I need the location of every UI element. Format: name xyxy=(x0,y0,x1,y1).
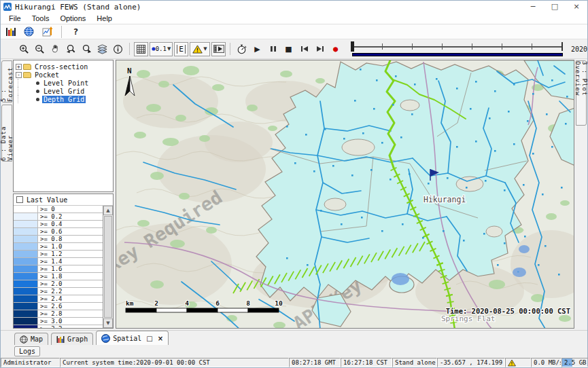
menu-bar: FileToolsOptionsHelp xyxy=(1,13,587,24)
zoom-in-icon[interactable] xyxy=(17,42,31,56)
logs-button[interactable]: Logs xyxy=(14,346,40,356)
play-icon[interactable]: ▶ xyxy=(250,42,264,56)
zoom-next-icon[interactable] xyxy=(80,42,94,56)
tree-item-level-point[interactable]: Level Point xyxy=(14,79,112,87)
tree-item-level-grid[interactable]: Level Grid xyxy=(14,87,112,95)
close-button[interactable]: × xyxy=(566,1,587,13)
legend-value-label: >= 1.2 xyxy=(38,251,63,257)
globe-icon[interactable] xyxy=(22,24,36,39)
tree-expander[interactable]: - xyxy=(16,72,22,78)
tree-expander[interactable]: + xyxy=(16,64,22,70)
maximize-button[interactable]: □ xyxy=(544,1,566,13)
tab-restore-icon[interactable]: □ xyxy=(146,335,152,342)
toolbar-separator xyxy=(61,26,62,38)
legend-color-swatch xyxy=(14,243,38,250)
movie-player-icon[interactable] xyxy=(211,42,226,56)
legend-value-label: >= 1.8 xyxy=(38,273,63,280)
last-value-checkbox[interactable] xyxy=(16,196,23,203)
layers-icon[interactable] xyxy=(95,42,109,56)
previous-step-icon[interactable] xyxy=(297,42,311,56)
classification-button[interactable]: E xyxy=(174,42,188,56)
bar-chart-icon xyxy=(56,335,65,344)
timeseries-dialog-icon[interactable] xyxy=(40,24,54,39)
info-icon[interactable] xyxy=(111,42,125,56)
legend-row: >= 1.8 xyxy=(14,273,103,280)
map-time-label: Time: 2020-08-25 00:00:00 CST xyxy=(446,307,570,315)
status-cell-text: 2.5 GB xyxy=(564,359,587,366)
minimize-button[interactable]: − xyxy=(522,1,544,13)
legend-scrollbar[interactable]: ▲ ▼ xyxy=(103,206,113,328)
legend-value-label: >= 0.6 xyxy=(38,228,63,235)
spatial-map[interactable]: API Key Required API Key Required xyxy=(116,60,574,329)
next-step-icon[interactable] xyxy=(313,42,327,56)
legend-value-label: >= 2.2 xyxy=(38,288,63,295)
zoom-out-icon[interactable] xyxy=(33,42,47,56)
legend-row: >= 1.2 xyxy=(14,251,103,258)
tree-spacer xyxy=(27,88,33,94)
pan-icon[interactable] xyxy=(48,42,63,56)
time-slider[interactable] xyxy=(351,41,564,57)
pause-icon[interactable] xyxy=(266,42,280,56)
scrollbar-thumb[interactable] xyxy=(104,216,112,318)
status-cell-2-5-gb: 2.5 GB xyxy=(561,358,588,367)
legend-value-label: >= 0.2 xyxy=(38,213,63,220)
legend-color-swatch xyxy=(14,221,38,227)
tab-close-icon[interactable]: × xyxy=(158,335,163,342)
scroll-down-icon[interactable]: ▼ xyxy=(103,318,113,328)
sidebar-tab-6-data-viewer[interactable]: 6 : Data Viewer xyxy=(1,105,12,162)
sidebar-tab-5-forecast[interactable]: 5 : Forecast xyxy=(1,60,12,103)
legend-row: >= 2.0 xyxy=(14,280,103,288)
legend-value-label: >= 0 xyxy=(38,206,55,213)
tree-item-label: Level Grid xyxy=(42,88,86,95)
legend-list: >= 0>= 0.2>= 0.4>= 0.6>= 0.8>= 1.0>= 1.2… xyxy=(14,206,103,328)
time-slider-handle[interactable] xyxy=(351,41,354,52)
tab-graph[interactable]: Graph xyxy=(51,333,93,345)
timer-icon[interactable] xyxy=(235,42,249,56)
threshold-dropdown-icon[interactable]: 0.1▼ xyxy=(150,42,173,56)
tab-label: Map xyxy=(31,335,43,343)
status-cell-08-27-18-gmt: 08:27:18 GMT xyxy=(289,358,341,367)
svg-text:2: 2 xyxy=(154,299,158,307)
time-slider-tick xyxy=(442,43,443,50)
legend-row: >= 2.8 xyxy=(14,310,103,318)
menu-item-file[interactable]: File xyxy=(3,14,27,22)
tree-item-cross-section[interactable]: +Cross-section xyxy=(14,62,112,71)
zoom-previous-icon[interactable] xyxy=(64,42,78,56)
node-icon xyxy=(36,90,39,93)
legend-value-label: >= 3.0 xyxy=(38,318,63,325)
warning-dropdown-icon[interactable]: ▼ xyxy=(190,42,210,56)
legend-row: >= 1.0 xyxy=(14,243,103,251)
tab-spatial[interactable]: Spatial □ × xyxy=(96,331,169,345)
help-icon[interactable]: ? xyxy=(69,24,83,39)
legend-color-swatch xyxy=(14,325,38,328)
chevron-down-icon: ▼ xyxy=(203,46,207,52)
legend-color-swatch xyxy=(14,228,38,235)
stop-icon[interactable]: ■ xyxy=(281,42,296,56)
node-icon xyxy=(36,98,39,101)
data-viewer-panel: +Cross-section-PocketLevel PointLevel Gr… xyxy=(13,59,115,330)
menu-item-tools[interactable]: Tools xyxy=(27,14,55,22)
legend-value-label: >= 0.8 xyxy=(38,236,63,242)
toolbar-separator xyxy=(129,43,130,55)
scroll-up-icon[interactable]: ▲ xyxy=(103,206,113,215)
tree-connector xyxy=(18,79,26,87)
tab-map[interactable]: Map xyxy=(14,333,48,345)
status-cell-35-657-174-199: -35.657 , 174.199 xyxy=(437,358,505,367)
tree-item-pocket[interactable]: -Pocket xyxy=(14,71,112,79)
window-title: Hikurangi FEWS (Stand alone) xyxy=(15,3,141,12)
node-icon xyxy=(36,81,39,85)
record-icon[interactable]: ● xyxy=(328,42,343,56)
time-slider-tick xyxy=(502,43,502,50)
tree-item-depth-grid[interactable]: Depth Grid xyxy=(14,95,112,103)
time-slider-tick xyxy=(382,43,383,50)
menu-item-options[interactable]: Options xyxy=(54,14,91,22)
grid-display-icon[interactable] xyxy=(134,42,148,56)
status-cell-text: Stand alone xyxy=(395,359,436,366)
sidebar-tab-3-plot-overview[interactable]: 3 : Plot Overview xyxy=(576,60,587,126)
warning-icon[interactable] xyxy=(508,361,516,367)
menu-item-help[interactable]: Help xyxy=(91,14,118,22)
left-tab-strip: 5 : Forecast6 : Data Viewer xyxy=(1,59,13,330)
legend-value-label: >= 3.2 xyxy=(38,325,63,328)
database-chart-icon[interactable] xyxy=(3,24,18,39)
legend-row: >= 0.2 xyxy=(14,213,103,221)
